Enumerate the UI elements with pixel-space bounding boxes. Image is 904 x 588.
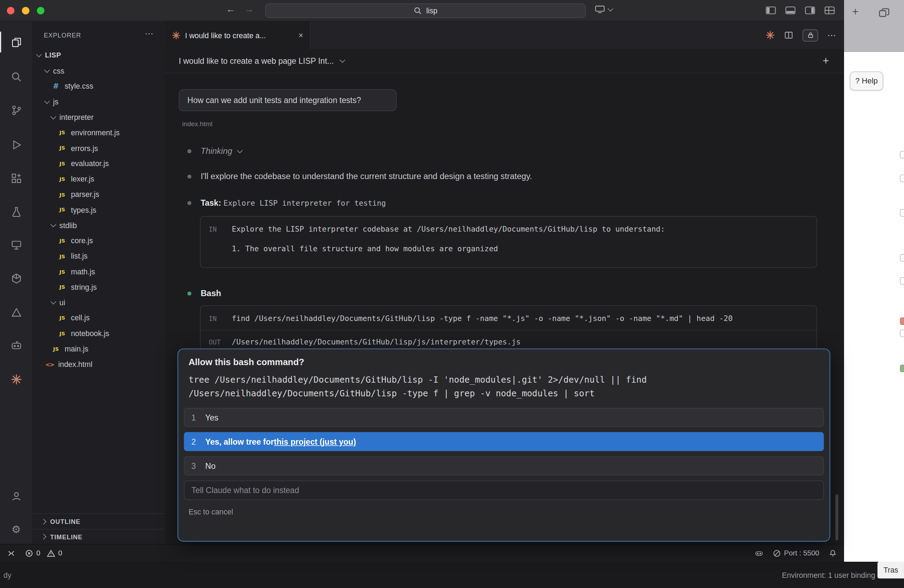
instead-input[interactable] xyxy=(184,481,824,500)
tree-item-folder-interpreter[interactable]: interpreter xyxy=(32,110,165,125)
remote-indicator[interactable] xyxy=(7,549,16,558)
accounts-icon[interactable] xyxy=(0,487,32,504)
explorer-icon[interactable] xyxy=(0,33,32,50)
customize-layout-icon[interactable] xyxy=(824,6,835,14)
tree-item-file-parserjs[interactable]: JSparser.js xyxy=(32,187,165,202)
task-row: Task: Explore LISP interpreter for testi… xyxy=(201,198,821,207)
forward-icon[interactable]: → xyxy=(244,4,253,15)
views-more-icon[interactable]: ⋯ xyxy=(145,28,153,39)
option-yes[interactable]: 1 Yes xyxy=(184,408,824,427)
tree-item-folder-ui[interactable]: ui xyxy=(32,295,165,310)
context-file-label: index.html xyxy=(182,121,212,128)
run-debug-icon[interactable] xyxy=(0,136,32,153)
js-icon: JS xyxy=(57,192,66,197)
divider xyxy=(201,330,816,331)
timeline-section[interactable]: TIMELINE xyxy=(32,529,165,544)
tree-item-file-notebookjs[interactable]: JSnotebook.js xyxy=(32,326,165,341)
tab-claude-session[interactable]: I would like to create a... × xyxy=(165,21,311,49)
tree-item-file-celljs[interactable]: JScell.js xyxy=(32,310,165,326)
tree-item-file-listjs[interactable]: JSlist.js xyxy=(32,248,165,264)
tab-overview-icon[interactable] xyxy=(879,8,890,20)
tree-item-folder-js[interactable]: js xyxy=(32,94,165,110)
settings-gear-icon[interactable]: ⚙ xyxy=(0,521,32,538)
activity-bar: ⚙ xyxy=(0,21,32,544)
tree-item-file-typesjs[interactable]: JStypes.js xyxy=(32,202,165,218)
tree-item-folder-stdlib[interactable]: stdlib xyxy=(32,218,165,233)
tree-item-file-environmentjs[interactable]: JSenvironment.js xyxy=(32,125,165,140)
problems-indicator[interactable]: 0 0 xyxy=(25,549,62,558)
tab-bar: I would like to create a... × ⋯ xyxy=(165,21,844,49)
tree-item-file-errorsjs[interactable]: JSerrors.js xyxy=(32,140,165,156)
layout-control[interactable] xyxy=(595,5,612,13)
live-server-port[interactable]: Port : 5500 xyxy=(773,549,819,558)
thinking-row[interactable]: Thinking xyxy=(201,147,821,156)
partial-icon xyxy=(900,317,904,325)
split-editor-icon[interactable] xyxy=(784,30,793,39)
lock-icon xyxy=(807,32,814,39)
tree-item-file-stringjs[interactable]: JSstring.js xyxy=(32,279,165,295)
testing-icon[interactable] xyxy=(0,203,32,220)
bullet-dot xyxy=(187,201,191,205)
tree-item-file-mainjs[interactable]: JSmain.js xyxy=(32,341,165,357)
scrollbar-thumb[interactable] xyxy=(835,495,838,541)
more-actions-icon[interactable]: ⋯ xyxy=(827,30,836,40)
toggle-primary-sidebar-icon[interactable] xyxy=(765,6,776,14)
environment-status: Environment: 1 user binding xyxy=(782,571,875,580)
docker-icon[interactable] xyxy=(0,270,32,287)
remote-explorer-icon[interactable] xyxy=(0,236,32,253)
github-copilot-icon[interactable] xyxy=(0,336,32,353)
bash-row: Bash xyxy=(201,289,821,298)
source-control-icon[interactable] xyxy=(0,101,32,118)
command-center-search[interactable]: lisp xyxy=(265,3,586,18)
desktop: + ? Help dy Environment: 1 user binding … xyxy=(0,0,904,588)
lock-button[interactable] xyxy=(803,29,818,41)
tree-item-file-stylecss[interactable]: #style.css xyxy=(32,79,165,94)
notifications-bell-icon[interactable] xyxy=(829,549,838,558)
error-count: 0 xyxy=(36,549,40,557)
js-icon: JS xyxy=(57,207,66,213)
partial-icon xyxy=(900,277,904,285)
search-view-icon[interactable] xyxy=(0,68,32,85)
new-tab-icon[interactable]: + xyxy=(852,6,858,18)
session-title[interactable]: I would like to create a web page LISP I… xyxy=(179,56,334,65)
chevron-down-icon xyxy=(51,222,56,227)
port-label: Port : 5500 xyxy=(784,549,820,557)
file-tree: LISP css #style.css js interpreter JSenv… xyxy=(32,48,165,372)
tree-item-file-mathjs[interactable]: JSmath.js xyxy=(32,264,165,279)
minimize-window-button[interactable] xyxy=(22,7,29,14)
claude-extension-icon[interactable] xyxy=(0,370,32,388)
tree-item-folder-css[interactable]: css xyxy=(32,63,165,79)
option-no[interactable]: 3 No xyxy=(184,457,824,476)
claude-icon[interactable] xyxy=(765,30,774,39)
tree-item-file-indexhtml[interactable]: <>index.html xyxy=(32,357,165,372)
bullet-dot xyxy=(187,175,191,179)
in-label: IN xyxy=(209,224,225,235)
toggle-secondary-sidebar-icon[interactable] xyxy=(805,6,815,14)
close-icon[interactable]: × xyxy=(299,30,303,39)
chevron-down-icon xyxy=(36,52,42,57)
close-window-button[interactable] xyxy=(7,7,14,14)
zoom-window-button[interactable] xyxy=(37,7,44,14)
chevron-down-icon[interactable] xyxy=(340,57,345,63)
html-icon: <> xyxy=(45,361,54,367)
tree-item-root-lisp[interactable]: LISP xyxy=(32,48,165,63)
copilot-status-icon[interactable] xyxy=(755,549,763,558)
chevron-down-icon xyxy=(51,299,56,304)
warning-count: 0 xyxy=(58,549,62,557)
out-label: OUT xyxy=(209,336,225,347)
new-session-icon[interactable]: + xyxy=(823,54,829,67)
tab-title: I would like to create a... xyxy=(185,31,294,39)
outline-section[interactable]: OUTLINE xyxy=(32,513,165,529)
extensions-icon[interactable] xyxy=(0,169,32,186)
tree-item-file-evaluatorjs[interactable]: JSevaluator.js xyxy=(32,156,165,171)
tree-item-file-lexerjs[interactable]: JSlexer.js xyxy=(32,171,165,187)
toggle-panel-icon[interactable] xyxy=(785,6,796,14)
option-yes-allow-project[interactable]: 2 Yes, allow tree for this project (just… xyxy=(184,432,824,451)
tree-item-file-corejs[interactable]: JScore.js xyxy=(32,233,165,248)
trash-label[interactable]: Tras xyxy=(878,562,904,579)
explorer-sidebar: EXPLORER ⋯ LISP css #style.css js interp… xyxy=(32,21,165,544)
azure-icon[interactable] xyxy=(0,303,32,321)
back-icon[interactable]: ← xyxy=(226,4,235,15)
js-icon: JS xyxy=(57,161,66,166)
help-button[interactable]: ? Help xyxy=(850,71,883,90)
